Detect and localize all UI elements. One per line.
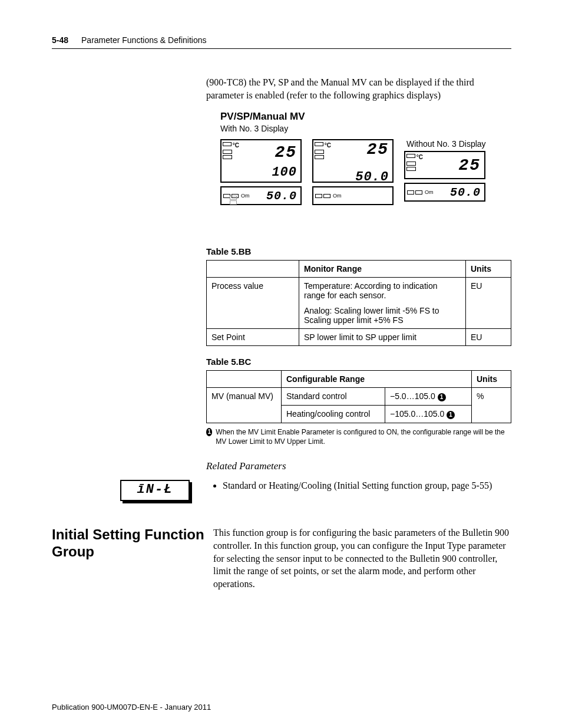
tbc-head-units: Units xyxy=(472,371,511,388)
degc-label: °C xyxy=(325,142,331,149)
tbc-r2-c2: Heating/cooling control xyxy=(282,406,385,423)
lcd-displays-row: °C 25 100 Om 50.0 xyxy=(220,139,511,205)
publication-footer: Publication 900-UM007D-EN-E - January 20… xyxy=(52,703,211,711)
tbc-r1-c2: Standard control xyxy=(282,388,385,406)
tbb-r2-c2: SP lower limit to SP upper limit xyxy=(299,329,466,346)
related-parameters-heading: Related Parameters xyxy=(206,460,511,472)
lcd-display-3-group: Without No. 3 Display °C 25 Om xyxy=(404,139,486,202)
section-body: This function group is for configuring t… xyxy=(213,526,511,590)
tbb-r1-c2: Temperature: According to indication ran… xyxy=(299,278,466,329)
lcd3-pv: 25 xyxy=(424,157,481,174)
footnote-marker-icon: 1 xyxy=(438,393,446,401)
pvsp-title: PV/SP/Manual MV xyxy=(220,111,511,123)
footnote-marker-icon: 1 xyxy=(206,428,212,436)
section-title: Initial Setting Function Group xyxy=(52,526,213,590)
segment-display-code: īN-Ł xyxy=(120,480,190,501)
tbb-r1-c3: EU xyxy=(466,278,511,329)
lcd1-sp: 100 xyxy=(240,166,297,179)
header-rule xyxy=(52,48,511,49)
pvsp-subtitle: With No. 3 Display xyxy=(220,124,511,133)
lcd3-mv: 50.0 xyxy=(434,187,481,199)
tbc-r-c4: % xyxy=(472,388,511,423)
footnote-marker-icon: 1 xyxy=(447,411,455,419)
tbb-r2-c1: Set Point xyxy=(207,329,299,346)
lcd-display-2: °C 25 . 50.0 Om xyxy=(312,139,394,205)
table-bb-caption: Table 5.BB xyxy=(206,246,511,256)
page-number: 5-48 xyxy=(52,35,68,45)
lcd1-pv: 25 xyxy=(240,144,297,161)
lcd2-mv: 50.0 xyxy=(332,171,389,184)
lcd1-mv: 50.0 xyxy=(237,190,297,202)
table-bc: Configurable Range Units MV (manual MV) … xyxy=(206,370,511,423)
tbb-head-units: Units xyxy=(466,261,511,278)
degc-label: °C xyxy=(416,154,423,160)
tbc-r1-c3: −5.0…105.0 1 xyxy=(385,388,472,406)
tbb-r2-c3: EU xyxy=(466,329,511,346)
without-no3-label: Without No. 3 Display xyxy=(406,139,486,149)
chapter-title: Parameter Functions & Definitions xyxy=(81,35,206,45)
tbb-r1-c1: Process value xyxy=(207,278,299,329)
intro-paragraph: (900-TC8) the PV, SP and the Manual MV c… xyxy=(206,76,511,101)
degc-label: °C xyxy=(233,142,239,149)
related-parameters-list: Standard or Heating/Cooling (Initial Set… xyxy=(206,480,511,491)
related-item: Standard or Heating/Cooling (Initial Set… xyxy=(223,480,511,491)
om-label: Om xyxy=(425,189,434,195)
tbc-head-range: Configurable Range xyxy=(282,371,472,388)
table-bc-footnote: 1 When the MV Limit Enable Parameter is … xyxy=(206,428,511,446)
om-label: Om xyxy=(333,193,342,199)
lcd2-pv: 25 xyxy=(332,141,389,158)
table-bb: Monitor Range Units Process value Temper… xyxy=(206,260,511,346)
tbb-head-range: Monitor Range xyxy=(299,261,466,278)
lcd-display-1: °C 25 100 Om 50.0 xyxy=(220,139,302,205)
tbc-r-c1: MV (manual MV) xyxy=(207,388,282,423)
table-bc-caption: Table 5.BC xyxy=(206,357,511,367)
tbc-r2-c3: −105.0…105.0 1 xyxy=(385,406,472,423)
